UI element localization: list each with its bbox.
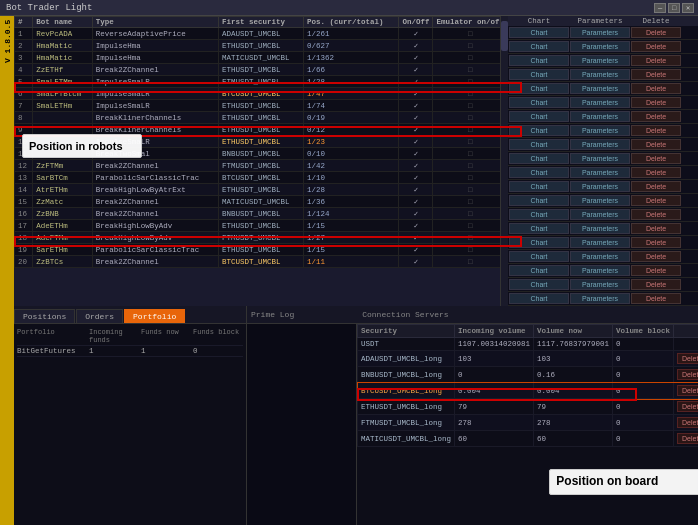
chart-button-18[interactable]: Chart [509, 265, 569, 276]
chart-button-1[interactable]: Chart [509, 27, 569, 38]
conn-cell-action: Delete [674, 399, 698, 415]
chart-button-10[interactable]: Chart [509, 153, 569, 164]
conn-delete-btn-5[interactable]: Delete [677, 417, 698, 428]
cell-pos: 1/124 [304, 208, 399, 220]
cell-emulator: □ [433, 256, 508, 268]
chart-button-13[interactable]: Chart [509, 195, 569, 206]
chart-button-19[interactable]: Chart [509, 279, 569, 290]
chart-button-14[interactable]: Chart [509, 209, 569, 220]
delete-button-12[interactable]: Delete [631, 181, 681, 192]
chart-button-11[interactable]: Chart [509, 167, 569, 178]
params-button-1[interactable]: Parameters [570, 27, 630, 38]
chart-button-2[interactable]: Chart [509, 41, 569, 52]
delete-button-18[interactable]: Delete [631, 265, 681, 276]
cell-type: ImpulseHma [92, 52, 218, 64]
params-button-5[interactable]: Parameters [570, 83, 630, 94]
delete-button-11[interactable]: Delete [631, 167, 681, 178]
robot-row-8: 8 BreakKlinerChannels ETHUSDT_UMCBL 0/19… [15, 112, 508, 124]
params-button-6[interactable]: Parameters [570, 97, 630, 108]
chart-button-6[interactable]: Chart [509, 97, 569, 108]
delete-button-8[interactable]: Delete [631, 125, 681, 136]
chart-button-7[interactable]: Chart [509, 111, 569, 122]
params-button-13[interactable]: Parameters [570, 195, 630, 206]
cell-security: BNBUSDT_UMCBL [218, 208, 303, 220]
chart-button-9[interactable]: Chart [509, 139, 569, 150]
tab-portfolio[interactable]: Portfolio [124, 309, 185, 323]
maximize-button[interactable]: □ [668, 3, 680, 13]
params-button-15[interactable]: Parameters [570, 223, 630, 234]
conn-cell-incoming: 60 [455, 431, 534, 447]
params-button-17[interactable]: Parameters [570, 251, 630, 262]
col-params-label: Parameters [570, 17, 630, 25]
cell-security: BTCUSDT_UMCBL [218, 256, 303, 268]
scroll-indicator[interactable] [500, 16, 508, 306]
delete-button-2[interactable]: Delete [631, 41, 681, 52]
conn-cell-incoming: 0 [455, 367, 534, 383]
params-button-7[interactable]: Parameters [570, 111, 630, 122]
params-button-12[interactable]: Parameters [570, 181, 630, 192]
pd-incoming: 1 [89, 347, 139, 355]
delete-button-10[interactable]: Delete [631, 153, 681, 164]
chart-button-5[interactable]: Chart [509, 83, 569, 94]
conn-cell-now: 0.16 [534, 367, 613, 383]
tab-orders[interactable]: Orders [76, 309, 123, 323]
conn-row-3: BTCUSDT_UMCBL_long 0.004 0.004 0 Delete [358, 383, 699, 399]
minimize-button[interactable]: — [654, 3, 666, 13]
chart-button-12[interactable]: Chart [509, 181, 569, 192]
delete-button-16[interactable]: Delete [631, 237, 681, 248]
conn-delete-btn-4[interactable]: Delete [677, 401, 698, 412]
conn-cell-incoming: 0.004 [455, 383, 534, 399]
conn-cell-incoming: 1107.00314020981 [455, 338, 534, 351]
chart-button-20[interactable]: Chart [509, 293, 569, 304]
chart-button-16[interactable]: Chart [509, 237, 569, 248]
conn-delete-btn-3[interactable]: Delete [677, 385, 698, 396]
params-button-11[interactable]: Parameters [570, 167, 630, 178]
ph-portfolio: Portfolio [17, 328, 87, 344]
close-button[interactable]: ✕ [682, 3, 694, 13]
cell-security: ETHUSDT_UMCBL [218, 40, 303, 52]
annotation-position-in-robots: Position in robots [22, 134, 142, 158]
params-button-18[interactable]: Parameters [570, 265, 630, 276]
delete-button-20[interactable]: Delete [631, 293, 681, 304]
delete-button-19[interactable]: Delete [631, 279, 681, 290]
chart-button-17[interactable]: Chart [509, 251, 569, 262]
col-security: First security [218, 17, 303, 28]
params-button-9[interactable]: Parameters [570, 139, 630, 150]
chart-button-3[interactable]: Chart [509, 55, 569, 66]
conn-delete-btn-1[interactable]: Delete [677, 353, 698, 364]
params-button-4[interactable]: Parameters [570, 69, 630, 80]
delete-button-7[interactable]: Delete [631, 111, 681, 122]
params-button-8[interactable]: Parameters [570, 125, 630, 136]
chart-button-8[interactable]: Chart [509, 125, 569, 136]
delete-button-17[interactable]: Delete [631, 251, 681, 262]
right-panel-row-5: Chart Parameters Delete [508, 82, 698, 96]
app-title: Bot Trader Light [6, 3, 92, 13]
cell-pos: 1/1362 [304, 52, 399, 64]
params-button-14[interactable]: Parameters [570, 209, 630, 220]
delete-button-5[interactable]: Delete [631, 83, 681, 94]
params-button-2[interactable]: Parameters [570, 41, 630, 52]
delete-button-1[interactable]: Delete [631, 27, 681, 38]
robot-row-13: 13 SarBTCm ParabolicSarClassicTrac BTCUS… [15, 172, 508, 184]
chart-button-4[interactable]: Chart [509, 69, 569, 80]
delete-button-9[interactable]: Delete [631, 139, 681, 150]
params-button-19[interactable]: Parameters [570, 279, 630, 290]
cell-onoff: ✓ [399, 136, 433, 148]
params-button-10[interactable]: Parameters [570, 153, 630, 164]
delete-button-14[interactable]: Delete [631, 209, 681, 220]
conn-cell-action: Delete [674, 415, 698, 431]
delete-button-13[interactable]: Delete [631, 195, 681, 206]
conn-delete-btn-6[interactable]: Delete [677, 433, 698, 444]
params-button-3[interactable]: Parameters [570, 55, 630, 66]
params-button-16[interactable]: Parameters [570, 237, 630, 248]
params-button-20[interactable]: Parameters [570, 293, 630, 304]
delete-button-6[interactable]: Delete [631, 97, 681, 108]
tab-positions[interactable]: Positions [14, 309, 75, 323]
cell-emulator: □ [433, 208, 508, 220]
delete-button-4[interactable]: Delete [631, 69, 681, 80]
cell-type: Break2ZChannel [92, 208, 218, 220]
delete-button-15[interactable]: Delete [631, 223, 681, 234]
chart-button-15[interactable]: Chart [509, 223, 569, 234]
conn-delete-btn-2[interactable]: Delete [677, 369, 698, 380]
delete-button-3[interactable]: Delete [631, 55, 681, 66]
